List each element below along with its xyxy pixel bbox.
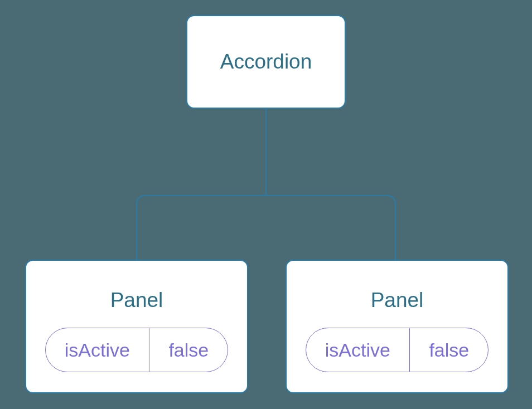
child-node-title: Panel: [110, 289, 163, 312]
state-pill: isActive false: [45, 328, 228, 372]
state-value: false: [410, 328, 488, 372]
state-pill: isActive false: [306, 328, 489, 372]
child-node-title: Panel: [371, 289, 424, 312]
state-key: isActive: [306, 328, 409, 372]
state-key: isActive: [46, 328, 149, 372]
child-node-panel-left: Panel isActive false: [25, 260, 248, 393]
state-value: false: [149, 328, 228, 372]
root-node-title: Accordion: [220, 50, 312, 74]
child-node-panel-right: Panel isActive false: [286, 260, 509, 393]
root-node-accordion: Accordion: [186, 15, 346, 109]
